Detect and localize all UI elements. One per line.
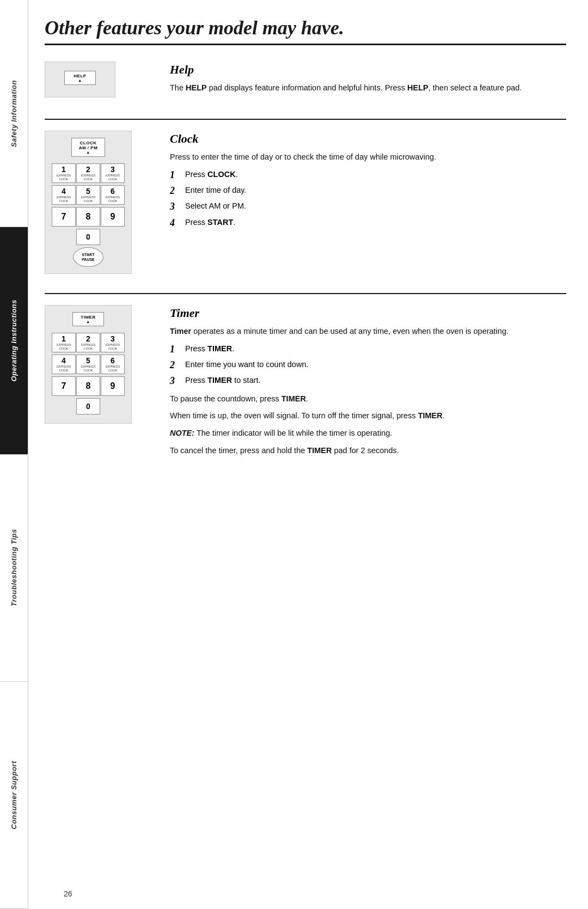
sidebar-section-operating: Operating Instructions [0,227,28,454]
clock-triangle: ▲ [77,150,99,154]
sidebar-label-consumer: Consumer Support [10,761,18,829]
title-divider [45,44,566,45]
clock-key-8[interactable]: 8 [76,207,100,227]
clock-step-1: 1 Press CLOCK. [170,169,566,181]
clock-step-2: 2 Enter time of day. [170,185,566,197]
timer-button[interactable]: TIMER ▲ [72,312,104,326]
timer-step-3: 3 Press TIMER to start. [170,375,566,387]
timer-zero-row: 0 [52,398,125,414]
clock-step-4: 4 Press START. [170,217,566,229]
timer-step-2: 2 Enter time you want to count down. [170,359,566,371]
clock-timer-divider [45,293,566,294]
clock-row-456: 4 EXPRESS COOK 5 EXPRESS COOK 6 EXPRESS … [52,185,125,205]
clock-key-0[interactable]: 0 [76,229,100,245]
page-title: Other features your model may have. [45,16,566,39]
help-button[interactable]: HELP ▲ [64,71,96,85]
clock-key-1[interactable]: 1 EXPRESS COOK [52,163,76,183]
timer-keypad-container: TIMER ▲ 1 EXPRESS COOK 2 EXPRESS COOK [45,305,154,462]
clock-key-2[interactable]: 2 EXPRESS COOK [76,163,100,183]
clock-key-5[interactable]: 5 EXPRESS COOK [76,185,100,205]
timer-key-1[interactable]: 1 EXPRESS COOK [52,333,76,352]
timer-key-4[interactable]: 4 EXPRESS COOK [52,355,76,374]
help-triangle: ▲ [70,78,90,82]
timer-key-8[interactable]: 8 [76,376,100,396]
timer-key-7[interactable]: 7 [52,376,76,396]
clock-heading: Clock [170,132,566,146]
clock-step-3: 3 Select AM or PM. [170,200,566,213]
sidebar: Safety Information Operating Instruction… [0,0,28,909]
clock-ampm-button[interactable]: CLOCKAM / PM ▲ [71,138,105,157]
clock-keypad-container: CLOCKAM / PM ▲ 1 EXPRESS COOK 2 EXPRESS … [45,131,154,274]
timer-row-456: 4 EXPRESS COOK 5 EXPRESS COOK 6 EXPRESS … [52,355,125,374]
clock-keypad-box: CLOCKAM / PM ▲ 1 EXPRESS COOK 2 EXPRESS … [45,131,132,274]
timer-key-5[interactable]: 5 EXPRESS COOK [76,355,100,374]
timer-step-1: 1 Press TIMER. [170,343,566,356]
sidebar-label-operating: Operating Instructions [10,300,18,381]
help-text: Help The HELP pad displays feature infor… [170,62,566,100]
sidebar-section-safety: Safety Information [0,0,28,227]
clock-key-9[interactable]: 9 [101,207,125,227]
timer-note-label: NOTE: [170,429,194,437]
timer-signal-para: When time is up, the oven will signal. T… [170,410,566,422]
clock-key-7[interactable]: 7 [52,207,76,227]
timer-keypad-box: TIMER ▲ 1 EXPRESS COOK 2 EXPRESS COOK [45,305,132,424]
help-button-label: HELP [74,74,86,78]
timer-key-2[interactable]: 2 EXPRESS COOK [76,333,100,352]
clock-start-row: START PAUSE [52,247,125,267]
timer-note-para: NOTE: The timer indicator will be lit wh… [170,428,566,440]
help-bold-2: HELP [407,83,428,92]
clock-section: CLOCKAM / PM ▲ 1 EXPRESS COOK 2 EXPRESS … [45,131,566,285]
help-clock-divider [45,119,566,120]
main-content: Other features your model may have. HELP… [28,0,588,909]
timer-row-789: 7 8 9 [52,376,125,396]
timer-step3-bold: TIMER [207,376,232,385]
sidebar-section-consumer: Consumer Support [0,682,28,909]
timer-key-3[interactable]: 3 EXPRESS COOK [101,333,125,352]
timer-pause-para: To pause the countdown, press TIMER. [170,393,566,405]
clock-text: Clock Press to enter the time of day or … [170,131,566,274]
clock-key-4[interactable]: 4 EXPRESS COOK [52,185,76,205]
timer-button-label: TIMER [81,315,95,320]
sidebar-label-safety: Safety Information [10,80,18,147]
sidebar-section-troubleshooting: Troubleshooting Tips [0,455,28,682]
timer-cancel-para: To cancel the timer, press and hold the … [170,445,566,457]
timer-text: Timer Timer operates as a minute timer a… [170,305,566,462]
help-bold-1: HELP [186,83,207,92]
timer-row-123: 1 EXPRESS COOK 2 EXPRESS COOK 3 EXPRESS … [52,333,125,352]
clock-row-789: 7 8 9 [52,207,125,227]
clock-start-button[interactable]: START PAUSE [73,247,103,267]
help-keypad-box: HELP ▲ [45,62,115,97]
timer-signal-bold: TIMER [418,411,443,420]
timer-triangle: ▲ [78,320,98,324]
timer-intro-bold: Timer [170,327,191,335]
sidebar-label-troubleshooting: Troubleshooting Tips [10,529,18,606]
clock-key-6[interactable]: 6 EXPRESS COOK [101,185,125,205]
page-number: 26 [64,889,72,898]
help-section: HELP ▲ Help The HELP pad displays featur… [45,62,566,111]
timer-key-6[interactable]: 6 EXPRESS COOK [101,355,125,374]
clock-para: Press to enter the time of day or to che… [170,151,566,163]
clock-steps: 1 Press CLOCK. 2 Enter time of day. 3 Se… [170,169,566,230]
help-heading: Help [170,63,566,77]
clock-zero-row: 0 [52,229,125,245]
clock-button-label: CLOCKAM / PM [79,141,98,150]
timer-section: TIMER ▲ 1 EXPRESS COOK 2 EXPRESS COOK [45,305,566,473]
timer-steps: 1 Press TIMER. 2 Enter time you want to … [170,343,566,388]
timer-pause-bold: TIMER [281,394,306,403]
clock-step1-bold: CLOCK [207,170,236,179]
clock-step4-bold: START [207,218,233,227]
timer-step1-bold: TIMER [207,344,232,353]
timer-intro: Timer operates as a minute timer and can… [170,326,566,338]
help-keypad-container: HELP ▲ [45,62,154,100]
clock-row-123: 1 EXPRESS COOK 2 EXPRESS COOK 3 EXPRESS … [52,163,125,183]
help-para: The HELP pad displays feature informatio… [170,82,566,94]
timer-cancel-bold: TIMER [307,446,332,455]
timer-key-0[interactable]: 0 [76,398,100,414]
clock-key-3[interactable]: 3 EXPRESS COOK [101,163,125,183]
timer-heading: Timer [170,306,566,320]
timer-key-9[interactable]: 9 [101,376,125,396]
